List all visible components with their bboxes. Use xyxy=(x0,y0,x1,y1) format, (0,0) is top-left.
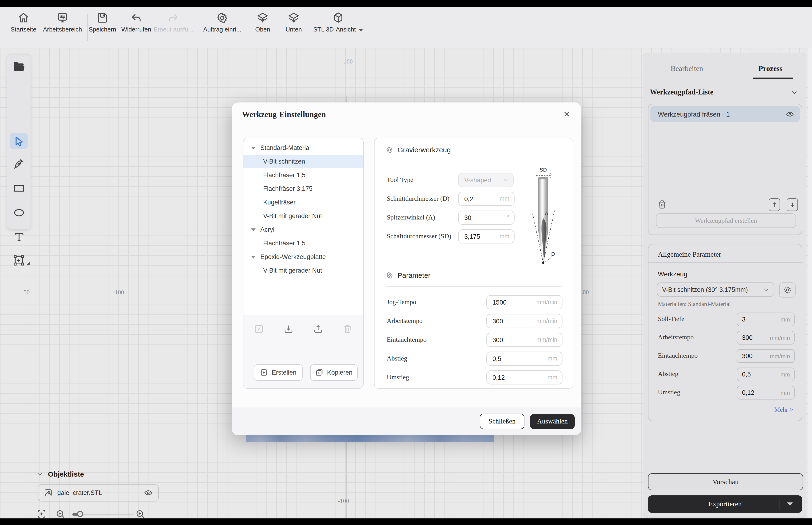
copy-tool-button[interactable]: Kopieren xyxy=(310,364,357,381)
select-button[interactable]: Auswählen xyxy=(530,414,575,429)
chevron-down-icon xyxy=(503,177,508,183)
grid-label-x-right: 00 xyxy=(583,289,589,296)
tool-pen[interactable] xyxy=(7,155,31,172)
tab-bearbeiten[interactable]: Bearbeiten xyxy=(671,64,703,73)
visibility-eye-icon[interactable] xyxy=(144,488,153,497)
object-list-item[interactable]: gale_crater.STL xyxy=(37,484,159,501)
pen-icon xyxy=(13,158,25,169)
tool-settings-dialog: Werkzeug-Einstellungen ✕ Standard-Materi… xyxy=(232,103,581,435)
active-tab-underline xyxy=(753,77,793,79)
image-icon xyxy=(44,488,52,497)
toolbar-button-redo: Erneut ausfü... xyxy=(148,12,199,33)
move-down-button[interactable] xyxy=(787,198,798,211)
gear-icon xyxy=(783,286,792,294)
stl-object-preview[interactable] xyxy=(246,435,494,442)
field-label: Abstieg xyxy=(387,355,407,362)
zoom-out-icon[interactable] xyxy=(56,509,65,519)
tool-ellipse[interactable] xyxy=(7,204,31,221)
tree-item[interactable]: Flachfräser 1,5 xyxy=(243,236,363,250)
field-label: Spitzenwinkel (A) xyxy=(387,214,435,221)
chevron-down-icon[interactable] xyxy=(791,89,798,96)
close-icon[interactable]: ✕ xyxy=(561,108,573,120)
gear-icon xyxy=(386,146,393,153)
save-icon xyxy=(96,12,109,24)
tree-item[interactable]: Kugelfräser xyxy=(243,196,363,209)
general-params-card: Allgemeine Parameter Werkzeug V-Bit schn… xyxy=(648,244,802,421)
zoom-slider-handle[interactable] xyxy=(77,511,83,517)
home-icon xyxy=(17,12,30,24)
app-window: 100 -100 50 -100 00 Startseite Arbeitsbe… xyxy=(0,0,812,525)
tip-angle-input[interactable]: 30° xyxy=(458,211,515,225)
field-label: Eintauchtempo xyxy=(658,352,698,360)
cut-diameter-input[interactable]: 0,2mm xyxy=(458,192,515,206)
tool-detail-panel: Gravierwerkzeug Tool Type V-shaped ... S… xyxy=(374,138,573,389)
object-file-name: gale_crater.STL xyxy=(57,489,144,496)
divider xyxy=(648,262,802,263)
zoom-in-icon[interactable] xyxy=(135,509,145,519)
create-tool-button[interactable]: Erstellen xyxy=(254,364,303,381)
tool-text[interactable] xyxy=(7,228,31,245)
eintauchtempo-input[interactable]: 300mm/min xyxy=(737,349,795,363)
stepover-input[interactable]: 0,12mm xyxy=(486,370,563,385)
transform-icon xyxy=(13,254,25,267)
visibility-eye-icon[interactable] xyxy=(786,110,794,118)
tree-group[interactable]: Standard-Material xyxy=(243,141,363,155)
export-icon[interactable] xyxy=(313,324,323,334)
abstieg-input[interactable]: 0,5mm xyxy=(737,368,795,381)
fit-view-icon[interactable] xyxy=(37,509,47,519)
chevron-down-icon[interactable] xyxy=(787,502,793,506)
menubar-strip-top xyxy=(0,0,812,7)
tree-item-selected[interactable]: V-Bit schnitzen xyxy=(243,155,363,168)
trash-icon[interactable] xyxy=(657,199,667,210)
tab-prozess[interactable]: Prozess xyxy=(759,64,783,73)
umstieg-input[interactable]: 0,12mm xyxy=(737,386,795,400)
ellipse-icon xyxy=(13,207,25,218)
section-header-engraving-tool: Gravierwerkzeug xyxy=(386,146,451,154)
chevron-down-icon xyxy=(359,28,364,31)
gear-icon xyxy=(216,12,228,24)
tree-item[interactable]: Flachfräser 3,175 xyxy=(243,182,363,196)
tree-group[interactable]: Epoxid-Werkzeugplatte xyxy=(243,250,363,264)
dialog-title: Werkzeug-Einstellungen xyxy=(242,110,326,119)
tree-footer: Erstellen Kopieren xyxy=(243,315,363,388)
tool-open-file[interactable] xyxy=(7,58,31,75)
stepdown-input[interactable]: 0,5mm xyxy=(486,351,563,366)
toolpath-list-item-selected[interactable]: Werkzeugpfad fräsen - 1 xyxy=(650,106,800,122)
arbeitstempo-input[interactable]: 300mm/min xyxy=(737,331,795,345)
more-link[interactable]: Mehr > xyxy=(775,406,793,414)
grid-label-x-left: 50 xyxy=(24,289,30,296)
field-label: Tool Type xyxy=(387,176,413,184)
create-toolpath-button[interactable]: Werkzeugpfad erstellen xyxy=(656,213,796,228)
soll-tiefe-input[interactable]: 3mm xyxy=(737,313,795,326)
move-up-button[interactable] xyxy=(769,198,780,211)
text-icon xyxy=(13,231,25,243)
jog-speed-input[interactable]: 1500mm/min xyxy=(486,295,563,309)
import-icon[interactable] xyxy=(284,324,294,334)
section-header-parameter: Parameter xyxy=(386,271,430,279)
tool-transform[interactable] xyxy=(7,252,31,269)
scrollbar-track[interactable] xyxy=(808,7,812,519)
work-speed-input[interactable]: 300mm/min xyxy=(486,314,563,328)
close-button[interactable]: Schließen xyxy=(480,414,524,429)
divider xyxy=(643,80,806,80)
tool-select[interactable]: V-Bit schnitzen (30° 3.175mm) xyxy=(657,283,775,297)
preview-button[interactable]: Vorschau xyxy=(648,473,803,490)
tree-item[interactable]: V-Bit mit gerader Nut xyxy=(243,264,363,277)
tree-item[interactable]: Flachfräser 1,5 xyxy=(243,168,363,182)
tool-rectangle[interactable] xyxy=(7,180,31,196)
field-label: Arbeitstempo xyxy=(658,334,693,341)
divider xyxy=(780,499,780,510)
triangle-collapse-icon xyxy=(251,228,256,231)
field-label: Schaftdurchmesser (SD) xyxy=(387,232,451,240)
object-list-header[interactable]: Objektliste xyxy=(37,470,84,478)
shank-diameter-input[interactable]: 3,175mm xyxy=(458,229,515,243)
plunge-speed-input[interactable]: 300mm/min xyxy=(486,333,563,347)
tool-settings-button[interactable] xyxy=(779,283,796,298)
export-button[interactable]: Exportieren xyxy=(648,495,802,513)
toolbar-button-stl-3d-view[interactable]: STL 3D-Ansicht xyxy=(301,12,376,33)
tree-group[interactable]: Acryl xyxy=(243,223,363,236)
arrow-down-icon xyxy=(789,201,796,208)
tool-select[interactable] xyxy=(7,133,31,149)
tree-item[interactable]: V-Bit mit gerader Nut xyxy=(243,209,363,223)
tool-library-tree: Standard-Material V-Bit schnitzen Flachf… xyxy=(243,138,364,389)
